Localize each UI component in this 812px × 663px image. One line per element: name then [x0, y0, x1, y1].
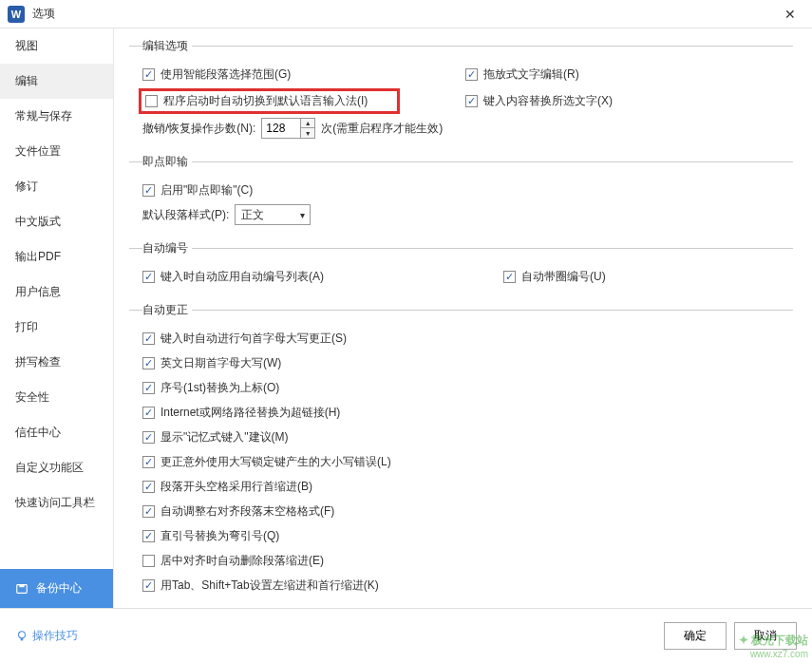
checkbox-label: 更正意外使用大写锁定键产生的大小写错误(L) — [161, 454, 391, 470]
checkbox-autocorrect-item[interactable]: 段落开头空格采用行首缩进(B) — [142, 476, 793, 497]
checkbox-label: 显示"记忆式键入"建议(M) — [161, 429, 289, 445]
close-icon[interactable]: ✕ — [776, 7, 804, 22]
checkbox-smart-paragraph[interactable]: 使用智能段落选择范围(G) — [142, 66, 465, 83]
sidebar-item-trust-center[interactable]: 信任中心 — [0, 415, 113, 450]
checkbox-label: 程序启动时自动切换到默认语言输入法(I) — [163, 93, 368, 109]
check-icon — [465, 95, 478, 107]
check-icon — [142, 505, 155, 518]
checkbox-autocorrect-item[interactable]: 英文日期首字母大写(W) — [142, 352, 793, 373]
svg-rect-1 — [19, 584, 24, 587]
check-icon — [142, 357, 155, 369]
undo-steps-spinner[interactable]: ▲▼ — [261, 118, 315, 139]
check-icon — [142, 184, 155, 197]
checkbox-label: 序号(1st)替换为上标(O) — [161, 380, 279, 396]
sidebar-item-print[interactable]: 打印 — [0, 310, 113, 345]
checkbox-autocorrect-item[interactable]: 用Tab、Shift+Tab设置左缩进和首行缩进(K) — [142, 575, 793, 596]
check-icon — [142, 407, 155, 419]
check-icon — [465, 68, 478, 81]
checkbox-label: 英文日期首字母大写(W) — [161, 355, 281, 371]
spinner-up-icon[interactable]: ▲ — [301, 119, 314, 128]
checkbox-autocorrect-item[interactable]: 居中对齐时自动删除段落缩进(E) — [142, 550, 793, 571]
checkbox-label: 居中对齐时自动删除段落缩进(E) — [161, 553, 324, 569]
checkbox-label: 使用智能段落选择范围(G) — [161, 66, 291, 83]
sidebar-item-user-info[interactable]: 用户信息 — [0, 275, 113, 310]
section-auto-correct: 自动更正 键入时自动进行句首字母大写更正(S)英文日期首字母大写(W)序号(1s… — [129, 302, 793, 603]
lightbulb-icon — [15, 630, 28, 643]
checkbox-label: 段落开头空格采用行首缩进(B) — [161, 479, 312, 495]
backup-center-button[interactable]: 备份中心 — [0, 569, 113, 608]
checkbox-label: 键入时自动进行句首字母大写更正(S) — [161, 331, 347, 347]
undo-steps-label: 撤销/恢复操作步数(N): — [142, 121, 255, 137]
check-icon — [142, 68, 155, 81]
sidebar-item-quick-access[interactable]: 快速访问工具栏 — [0, 485, 113, 521]
checkbox-label: 拖放式文字编辑(R) — [483, 66, 579, 83]
section-auto-number: 自动编号 键入时自动应用自动编号列表(A) 自动带圈编号(U) — [129, 240, 793, 294]
check-icon — [142, 456, 155, 468]
checkbox-auto-number-list[interactable]: 键入时自动应用自动编号列表(A) — [142, 269, 503, 285]
sidebar-item-spell-check[interactable]: 拼写检查 — [0, 345, 113, 380]
sidebar-item-customize-ribbon[interactable]: 自定义功能区 — [0, 450, 113, 485]
check-icon — [503, 271, 516, 283]
sidebar-item-output-pdf[interactable]: 输出PDF — [0, 239, 113, 275]
section-legend: 自动更正 — [142, 302, 192, 318]
checkbox-autocorrect-item[interactable]: 自动调整右对齐段落末空格格式(F) — [142, 501, 793, 521]
check-icon — [142, 431, 155, 444]
backup-icon — [15, 582, 28, 596]
sidebar-item-security[interactable]: 安全性 — [0, 380, 113, 415]
sidebar-item-revision[interactable]: 修订 — [0, 169, 113, 204]
window-title: 选项 — [32, 6, 776, 22]
sidebar-item-file-location[interactable]: 文件位置 — [0, 134, 113, 169]
sidebar-item-view[interactable]: 视图 — [0, 28, 113, 64]
spinner-down-icon[interactable]: ▼ — [301, 128, 314, 138]
sidebar-item-general-save[interactable]: 常规与保存 — [0, 99, 113, 134]
checkbox-autocorrect-item[interactable]: 直引号替换为弯引号(Q) — [142, 525, 793, 546]
footer: 操作技巧 确定 取消 — [0, 608, 812, 663]
check-icon — [142, 579, 155, 592]
check-icon — [142, 481, 155, 493]
sidebar: 视图 编辑 常规与保存 文件位置 修订 中文版式 输出PDF 用户信息 打印 拼… — [0, 28, 114, 608]
checkbox-label: 键入时自动应用自动编号列表(A) — [161, 269, 324, 285]
sidebar-item-chinese-layout[interactable]: 中文版式 — [0, 204, 113, 239]
section-legend: 即点即输 — [142, 154, 192, 170]
check-icon — [142, 271, 155, 283]
section-edit-options: 编辑选项 使用智能段落选择范围(G) 拖放式文字编辑(R) 程序启动时自动切换到… — [129, 38, 793, 146]
checkbox-autocorrect-item[interactable]: 键入时自动进行句首字母大写更正(S) — [142, 328, 793, 349]
svg-point-2 — [19, 631, 26, 637]
check-icon — [142, 332, 155, 345]
checkbox-autocorrect-item[interactable]: Internet或网络路径替换为超链接(H) — [142, 402, 793, 423]
checkbox-label: Internet或网络路径替换为超链接(H) — [161, 405, 340, 421]
check-icon — [142, 382, 155, 394]
app-icon: W — [8, 6, 25, 23]
content-panel: 编辑选项 使用智能段落选择范围(G) 拖放式文字编辑(R) 程序启动时自动切换到… — [114, 28, 812, 608]
cancel-button[interactable]: 取消 — [734, 622, 797, 650]
checkbox-auto-switch-ime[interactable]: 程序启动时自动切换到默认语言输入法(I) — [145, 93, 393, 109]
ok-button[interactable]: 确定 — [664, 622, 727, 650]
default-style-label: 默认段落样式(P): — [142, 207, 229, 223]
default-style-select[interactable]: 正文 — [235, 204, 311, 225]
checkbox-drag-text[interactable]: 拖放式文字编辑(R) — [465, 66, 793, 83]
undo-steps-suffix: 次(需重启程序才能生效) — [321, 121, 443, 137]
section-legend: 自动编号 — [142, 240, 192, 256]
checkbox-label: 直引号替换为弯引号(Q) — [161, 528, 279, 544]
checkbox-autocorrect-item[interactable]: 显示"记忆式键入"建议(M) — [142, 426, 793, 447]
checkbox-label: 启用"即点即输"(C) — [161, 182, 253, 199]
checkbox-label: 自动带圈编号(U) — [521, 269, 606, 285]
tips-label: 操作技巧 — [32, 628, 78, 644]
checkbox-replace-selection[interactable]: 键入内容替换所选文字(X) — [465, 93, 793, 109]
svg-rect-3 — [21, 637, 24, 640]
check-icon — [142, 555, 155, 567]
checkbox-autocorrect-item[interactable]: 序号(1st)替换为上标(O) — [142, 377, 793, 398]
check-icon — [145, 95, 158, 107]
highlighted-option: 程序启动时自动切换到默认语言输入法(I) — [139, 88, 400, 114]
sidebar-item-edit[interactable]: 编辑 — [0, 64, 113, 99]
checkbox-label: 用Tab、Shift+Tab设置左缩进和首行缩进(K) — [161, 578, 379, 594]
checkbox-label: 自动调整右对齐段落末空格格式(F) — [161, 503, 334, 520]
check-icon — [142, 530, 155, 542]
section-click-type: 即点即输 启用"即点即输"(C) 默认段落样式(P): 正文 — [129, 154, 793, 233]
tips-link[interactable]: 操作技巧 — [15, 628, 78, 644]
select-value: 正文 — [241, 207, 264, 223]
undo-steps-input[interactable] — [262, 122, 300, 135]
checkbox-circled-number[interactable]: 自动带圈编号(U) — [503, 269, 793, 285]
checkbox-autocorrect-item[interactable]: 更正意外使用大写锁定键产生的大小写错误(L) — [142, 451, 793, 472]
checkbox-enable-click-type[interactable]: 启用"即点即输"(C) — [142, 180, 793, 200]
